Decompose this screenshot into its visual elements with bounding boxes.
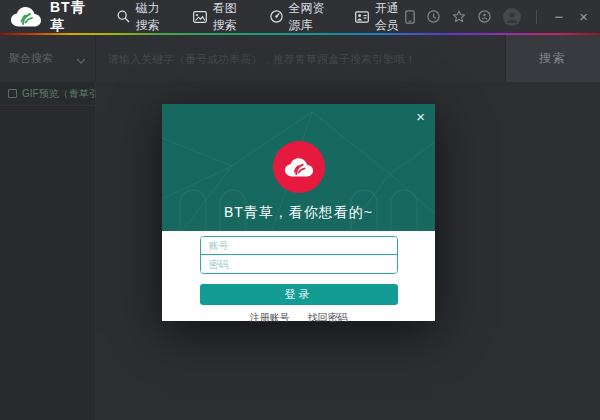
close-button[interactable]: × xyxy=(577,9,590,24)
phone-icon[interactable] xyxy=(405,10,415,24)
search-input[interactable] xyxy=(106,52,495,66)
app-window: BT青草 磁力搜索 看图搜索 全网资源库 xyxy=(0,0,600,420)
credentials-group xyxy=(200,236,398,274)
avatar[interactable] xyxy=(503,8,521,26)
titlebar: BT青草 磁力搜索 看图搜索 全网资源库 xyxy=(0,0,600,33)
titlebar-status-icons: − × xyxy=(405,8,590,26)
brand-cloud-leaf-icon xyxy=(273,141,325,193)
login-button[interactable]: 登录 xyxy=(200,284,398,305)
nav-label: 磁力搜索 xyxy=(136,0,167,34)
register-link[interactable]: 注册账号 xyxy=(250,311,290,325)
login-modal: × BT青草，看你想看的~ 登录 注册账号 找回 xyxy=(162,104,435,321)
app-title: BT青草 xyxy=(50,0,91,35)
minimize-button[interactable]: − xyxy=(552,9,565,24)
login-links: 注册账号 找回密码 xyxy=(200,311,398,325)
magnifier-icon xyxy=(117,10,130,23)
engine-dropdown[interactable]: 聚合搜索 xyxy=(0,35,96,82)
search-bar: 聚合搜索 搜索 xyxy=(0,35,600,82)
nav-label: 开通会员 xyxy=(375,0,406,34)
login-form: 登录 注册账号 找回密码 xyxy=(200,236,398,325)
nav-magnet-search[interactable]: 磁力搜索 xyxy=(117,0,167,34)
search-button[interactable]: 搜索 xyxy=(505,35,600,82)
password-field[interactable] xyxy=(201,255,397,273)
picture-icon xyxy=(193,11,207,23)
compass-icon xyxy=(270,10,283,23)
nav-open-membership[interactable]: 开通会员 xyxy=(355,0,406,34)
titlebar-divider xyxy=(536,10,537,24)
gif-preview-checkbox[interactable] xyxy=(8,89,17,98)
main-nav: 磁力搜索 看图搜索 全网资源库 开通会员 xyxy=(117,0,406,34)
gif-preview-toggle[interactable]: GIF预览（青草引擎） xyxy=(0,82,95,106)
nav-label: 看图搜索 xyxy=(213,0,244,34)
account-field[interactable] xyxy=(201,237,397,255)
login-modal-body: 登录 注册账号 找回密码 xyxy=(162,231,435,321)
circled-dot-icon[interactable] xyxy=(478,10,491,23)
nav-resource-library[interactable]: 全网资源库 xyxy=(270,0,329,34)
modal-close-icon[interactable]: × xyxy=(416,109,425,124)
nav-label: 全网资源库 xyxy=(289,0,329,34)
app-logo-cloud-leaf-icon xyxy=(10,6,42,28)
search-input-wrap xyxy=(96,35,505,82)
modal-title: BT青草，看你想看的~ xyxy=(162,204,435,222)
sidebar: GIF预览（青草引擎） xyxy=(0,82,96,420)
clock-icon[interactable] xyxy=(427,10,440,23)
nav-image-search[interactable]: 看图搜索 xyxy=(193,0,244,34)
id-card-icon xyxy=(355,11,369,23)
engine-dropdown-label: 聚合搜索 xyxy=(9,51,53,66)
login-modal-header: × BT青草，看你想看的~ xyxy=(162,104,435,231)
star-icon[interactable] xyxy=(452,10,466,23)
recover-password-link[interactable]: 找回密码 xyxy=(308,311,348,325)
chevron-down-icon xyxy=(76,50,86,68)
